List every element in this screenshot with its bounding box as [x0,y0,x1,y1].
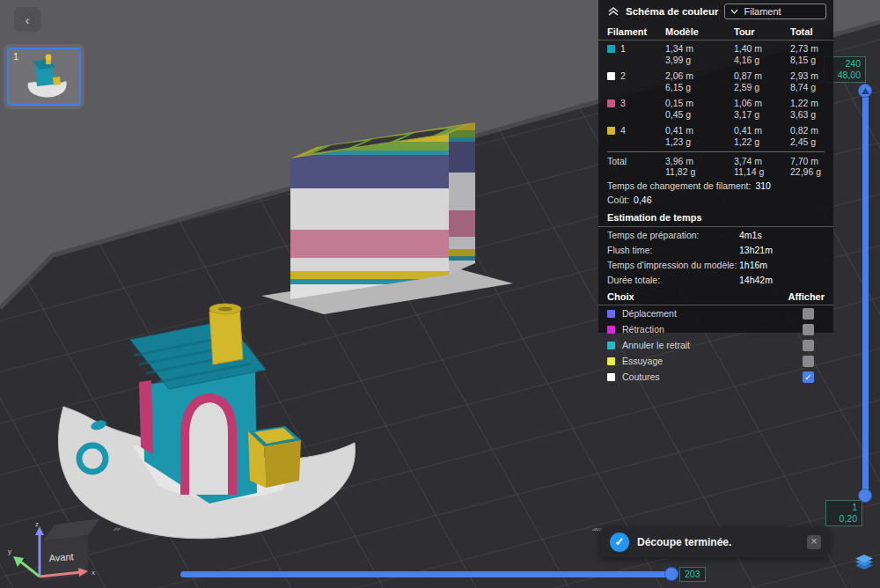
filament-total-row: Total 3,96 m11,82 g 3,74 m11,14 g 7,70 m… [598,152,833,179]
time-row-total-duration: Durée totale: 14h42m [598,272,833,287]
checkbox-unretraction[interactable] [803,340,814,351]
layers-view-icon[interactable] [854,555,875,572]
arrow-up-icon [862,88,869,94]
step-slider-value: 203 [679,567,706,582]
filament-row-4: 4 0,41 m1,23 g 0,41 m1,22 g 0,82 m2,45 g [598,122,833,150]
filament-color-swatch [607,45,615,53]
time-row-preparation: Temps de préparation: 4m1s [598,227,833,242]
filament-row-2: 2 2,06 m6,15 g 0,87 m2,59 g 2,93 m8,74 g [598,68,833,95]
option-color-swatch [607,373,615,381]
filament-row-3: 3 0,15 m0,45 g 1,06 m3,17 g 1,22 m3,63 g [598,95,833,122]
layer-slider-track[interactable] [862,89,869,497]
collapse-panel-icon[interactable] [607,6,620,17]
option-color-swatch [607,342,615,349]
gizmo-x-label: x [92,569,95,577]
option-color-swatch [607,357,615,365]
filament-color-swatch [607,72,615,80]
option-color-swatch [607,326,615,334]
chevron-down-icon [730,9,738,14]
toast-message: Découpe terminée. [637,536,799,548]
option-row-retraction: Rétraction [598,321,833,337]
toast-notification: ✓ Découpe terminée. × [601,527,828,557]
option-row-travel: Déplacement [598,305,833,321]
color-scheme-panel: Schéma de couleur Filament Filament Modè… [598,0,833,333]
option-row-wipe: Essuyage [598,353,833,369]
plate-thumbnail-image [9,49,79,102]
checkbox-retraction[interactable] [803,324,814,335]
option-color-swatch [607,310,615,318]
filament-table-header: Filament Modèle Tour Total [598,23,833,40]
step-slider-handle[interactable] [664,567,678,581]
filament-change-count: Temps de changement de filament:310 [598,179,833,193]
slicer-preview-window: Haut Avant z y x ‹ 1 [0,0,880,588]
plate-number: 1 [13,51,18,62]
cost-line: Coût:0,46 [598,193,833,207]
collapse-sidebar-button[interactable]: ‹ [14,7,40,32]
filament-row-1: 1 1,34 m3,99 g 1,40 m4,16 g 2,73 m8,15 g [598,40,833,68]
chevron-left-icon: ‹ [26,12,30,27]
panel-title: Schéma de couleur [626,6,718,17]
toast-close-button[interactable]: × [807,535,821,549]
benchy-arch [185,398,232,495]
options-header: Choix Afficher [598,287,833,305]
checkbox-seams[interactable]: ✓ [803,371,814,383]
option-row-unretraction: Annuler le retrait [598,337,833,353]
checkbox-travel[interactable] [803,308,814,320]
time-row-model-print: Temps d'impression du modèle: 1h16m [598,257,833,272]
plate-thumbnail[interactable]: 1 [7,48,81,106]
filament-color-swatch [607,99,615,107]
dropdown-value: Filament [744,6,781,17]
filament-color-swatch [607,127,615,135]
layer-slider-bottom-label: 1 0,20 [825,500,862,526]
success-check-icon: ✓ [610,533,629,552]
time-estimation-title: Estimation de temps [598,207,833,227]
option-row-seams: Coutures ✓ [598,369,833,385]
time-row-flush: Flush time: 13h21m [598,242,833,257]
gizmo-front-label: Avant [48,551,74,563]
gizmo-z-label: z [35,520,39,528]
step-slider-track[interactable] [180,571,671,577]
benchy-chimney [209,306,243,364]
plate-thumbnail-card[interactable]: 1 [4,44,84,109]
gizmo-y-label: y [8,548,11,555]
layer-slider-top-handle[interactable] [858,84,872,98]
benchy-porthole [79,445,106,472]
view-mode-dropdown[interactable]: Filament [724,4,826,19]
checkbox-wipe[interactable] [803,356,814,367]
